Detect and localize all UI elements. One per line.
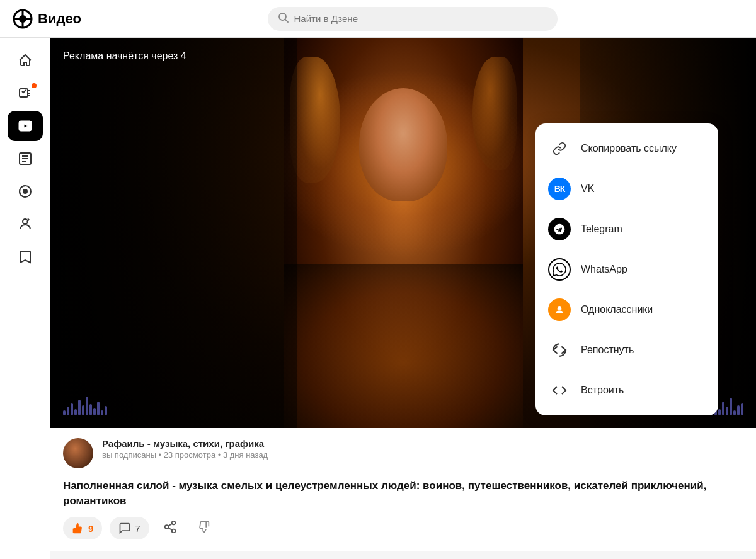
sidebar-item-home[interactable]	[8, 45, 43, 76]
telegram-icon	[548, 218, 571, 240]
logo-icon	[13, 9, 33, 29]
like-button[interactable]: 9	[63, 517, 102, 539]
channel-avatar[interactable]	[63, 438, 93, 468]
share-vk[interactable]: ВК VK	[536, 169, 718, 209]
sidebar-item-podcasts[interactable]	[8, 176, 43, 206]
channel-meta: вы подписаны • 23 просмотра • 3 дня наза…	[102, 450, 743, 460]
like-count: 9	[88, 523, 93, 534]
dislike-icon	[197, 521, 210, 533]
repost-icon	[548, 339, 571, 361]
logo-text: Видео	[38, 11, 81, 27]
telegram-label: Telegram	[581, 223, 622, 235]
channel-name[interactable]: Рафаиль - музыка, стихи, графика	[102, 438, 743, 449]
copy-link-icon	[548, 137, 571, 160]
main-content: Реклама начнётся через 4	[50, 38, 756, 559]
layout: Реклама начнётся через 4	[0, 38, 756, 559]
dislike-button[interactable]	[191, 517, 216, 540]
header: Видео	[0, 0, 756, 38]
share-icon	[163, 520, 177, 534]
podcasts-icon	[18, 184, 33, 199]
share-dropdown: Скопировать ссылку ВК VK	[536, 123, 718, 415]
search-icon	[278, 12, 289, 26]
audio-bars-left	[63, 390, 107, 415]
sidebar	[0, 38, 50, 559]
video-title: Наполненная силой - музыка смелых и целе…	[63, 478, 743, 509]
video-icon	[18, 118, 33, 133]
search-input[interactable]	[294, 13, 547, 24]
ad-countdown-label: Реклама начнётся через 4	[63, 50, 186, 62]
share-odnoklassniki[interactable]: Одноклассники	[536, 290, 718, 330]
share-embed[interactable]: Встроить	[536, 370, 718, 410]
share-button[interactable]	[157, 516, 183, 541]
repost-label: Репостнуть	[581, 344, 634, 356]
ok-icon	[548, 298, 571, 321]
tasks-icon	[18, 86, 33, 101]
copy-link-label: Скопировать ссылку	[581, 143, 677, 154]
notification-dot	[32, 83, 37, 88]
bookmarks-icon	[18, 249, 33, 264]
svg-line-21	[168, 524, 172, 526]
sidebar-item-subscriptions[interactable]	[8, 209, 43, 239]
share-copy-link[interactable]: Скопировать ссылку	[536, 128, 718, 169]
comment-icon	[118, 522, 131, 534]
video-actions: Наполненная силой - музыка смелых и целе…	[50, 478, 756, 551]
search-bar[interactable]	[268, 7, 558, 31]
svg-point-18	[164, 525, 168, 529]
embed-label: Встроить	[581, 385, 624, 396]
svg-point-19	[171, 529, 175, 533]
comment-count: 7	[135, 523, 140, 534]
home-icon	[18, 53, 33, 68]
articles-icon	[18, 151, 33, 166]
like-icon	[72, 522, 84, 534]
subscriptions-icon	[18, 217, 33, 232]
sidebar-item-video[interactable]	[8, 111, 43, 141]
logo[interactable]: Видео	[13, 9, 81, 29]
svg-point-17	[171, 521, 175, 524]
share-whatsapp[interactable]: WhatsApp	[536, 249, 718, 290]
svg-line-5	[285, 19, 288, 22]
svg-line-20	[168, 528, 172, 530]
embed-icon	[548, 379, 571, 402]
video-player[interactable]: Реклама начнётся через 4	[50, 38, 756, 428]
vk-label: VK	[581, 183, 594, 195]
sidebar-item-bookmarks[interactable]	[8, 242, 43, 272]
video-background: Реклама начнётся через 4	[50, 38, 756, 428]
whatsapp-icon	[548, 258, 571, 281]
share-telegram[interactable]: Telegram	[536, 209, 718, 249]
channel-info: Рафаиль - музыка, стихи, графика вы подп…	[102, 438, 743, 460]
svg-point-14	[23, 189, 27, 193]
video-info: Рафаиль - музыка, стихи, графика вы подп…	[50, 428, 756, 478]
ok-label: Одноклассники	[581, 304, 653, 315]
action-buttons: 9 7	[63, 516, 743, 541]
sidebar-item-articles[interactable]	[8, 144, 43, 174]
share-repost[interactable]: Репостнуть	[536, 330, 718, 370]
sidebar-item-tasks[interactable]	[8, 78, 43, 108]
vk-icon: ВК	[548, 178, 571, 200]
whatsapp-label: WhatsApp	[581, 264, 627, 275]
comment-button[interactable]: 7	[110, 517, 149, 539]
